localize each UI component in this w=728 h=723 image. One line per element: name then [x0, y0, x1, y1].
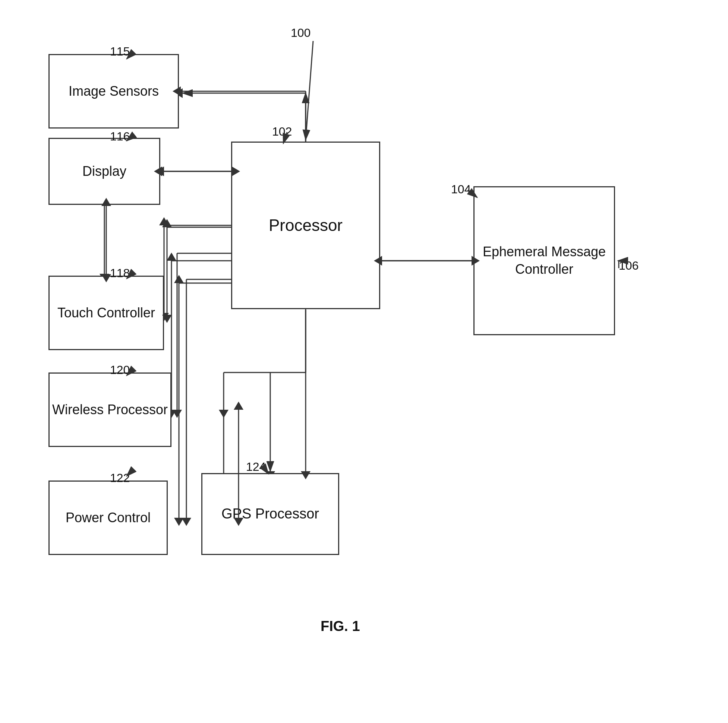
power-control-box: Power Control [49, 480, 168, 555]
wireless-processor-label: Wireless Processor [52, 401, 168, 419]
svg-marker-70 [162, 219, 172, 227]
svg-marker-76 [182, 518, 191, 526]
svg-marker-30 [219, 410, 228, 418]
svg-marker-80 [234, 401, 243, 410]
svg-marker-73 [172, 410, 182, 418]
figure-label: FIG. 1 [321, 618, 360, 635]
svg-marker-15 [159, 217, 169, 225]
display-label: Display [83, 163, 126, 180]
diagram: Image Sensors Display Touch Controller W… [0, 0, 728, 723]
wireless-processor-box: Wireless Processor [49, 372, 171, 447]
ref-100: 100 [291, 26, 310, 40]
ephemeral-message-controller-box: Ephemeral Message Controller [473, 186, 615, 335]
gps-processor-box: GPS Processor [201, 473, 339, 555]
processor-label: Processor [269, 215, 343, 236]
ref-104: 104 [451, 183, 471, 196]
gps-processor-label: GPS Processor [222, 505, 319, 523]
touch-controller-label: Touch Controller [57, 304, 155, 322]
ephemeral-message-controller-label: Ephemeral Message Controller [474, 243, 614, 278]
svg-line-44 [306, 41, 313, 140]
svg-marker-19 [167, 253, 176, 261]
display-box: Display [49, 138, 160, 205]
touch-controller-box: Touch Controller [49, 276, 164, 350]
svg-marker-23 [174, 275, 184, 283]
processor-box: Processor [231, 142, 380, 309]
ref-106: 106 [619, 259, 639, 273]
power-control-label: Power Control [66, 509, 151, 527]
ref-115: 115 [110, 45, 130, 58]
ref-120: 120 [110, 363, 130, 377]
ref-102: 102 [272, 125, 292, 139]
ref-118: 118 [110, 266, 130, 280]
ref-122: 122 [110, 471, 130, 485]
ref-116: 116 [110, 130, 130, 143]
image-sensors-label: Image Sensors [69, 83, 159, 100]
ref-124: 124 [246, 460, 266, 474]
image-sensors-box: Image Sensors [49, 54, 179, 128]
svg-marker-22 [174, 518, 184, 526]
